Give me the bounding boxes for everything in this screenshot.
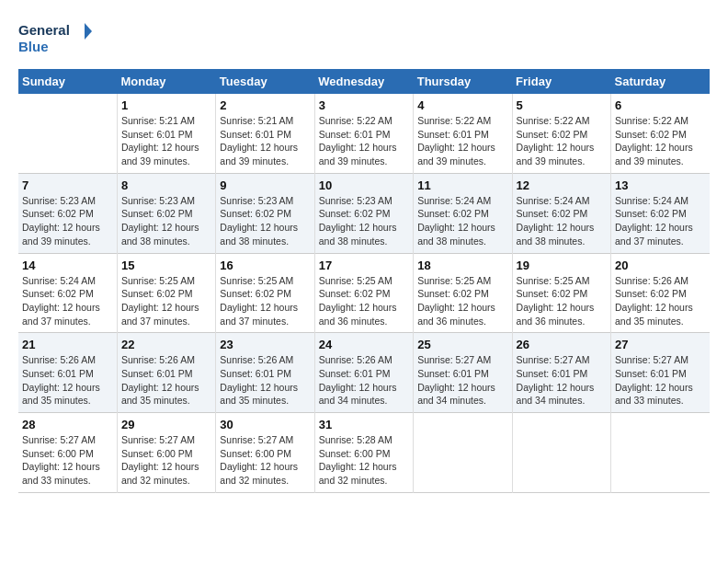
logo: General Blue xyxy=(18,18,92,60)
day-info: Sunrise: 5:28 AM Sunset: 6:00 PM Dayligh… xyxy=(319,433,409,488)
calendar-cell: 21Sunrise: 5:26 AM Sunset: 6:01 PM Dayli… xyxy=(18,333,117,413)
calendar-cell xyxy=(611,413,710,493)
svg-text:General: General xyxy=(18,22,70,38)
day-info: Sunrise: 5:21 AM Sunset: 6:01 PM Dayligh… xyxy=(220,114,310,168)
day-info: Sunrise: 5:24 AM Sunset: 6:02 PM Dayligh… xyxy=(615,194,706,248)
day-number: 1 xyxy=(121,98,211,112)
day-info: Sunrise: 5:26 AM Sunset: 6:01 PM Dayligh… xyxy=(319,353,409,408)
calendar-cell xyxy=(512,413,610,493)
calendar-cell: 19Sunrise: 5:25 AM Sunset: 6:02 PM Dayli… xyxy=(512,253,610,333)
calendar-cell: 3Sunrise: 5:22 AM Sunset: 6:01 PM Daylig… xyxy=(314,94,413,173)
week-row-4: 21Sunrise: 5:26 AM Sunset: 6:01 PM Dayli… xyxy=(18,333,710,413)
day-number: 26 xyxy=(517,338,607,351)
day-number: 12 xyxy=(517,178,607,192)
day-info: Sunrise: 5:27 AM Sunset: 6:01 PM Dayligh… xyxy=(417,353,507,408)
day-number: 7 xyxy=(22,178,113,192)
day-number: 28 xyxy=(22,418,113,431)
day-number: 4 xyxy=(417,98,507,112)
day-number: 9 xyxy=(220,178,310,192)
calendar-cell: 12Sunrise: 5:24 AM Sunset: 6:02 PM Dayli… xyxy=(512,173,610,253)
day-info: Sunrise: 5:25 AM Sunset: 6:02 PM Dayligh… xyxy=(517,274,607,328)
day-info: Sunrise: 5:23 AM Sunset: 6:02 PM Dayligh… xyxy=(121,194,211,248)
day-info: Sunrise: 5:22 AM Sunset: 6:01 PM Dayligh… xyxy=(417,114,507,168)
day-info: Sunrise: 5:27 AM Sunset: 6:01 PM Dayligh… xyxy=(517,353,607,408)
day-info: Sunrise: 5:24 AM Sunset: 6:02 PM Dayligh… xyxy=(517,194,607,248)
column-header-friday: Friday xyxy=(512,69,610,94)
day-info: Sunrise: 5:21 AM Sunset: 6:01 PM Dayligh… xyxy=(121,114,211,168)
calendar-cell: 1Sunrise: 5:21 AM Sunset: 6:01 PM Daylig… xyxy=(117,94,215,173)
day-info: Sunrise: 5:25 AM Sunset: 6:02 PM Dayligh… xyxy=(220,274,310,328)
day-info: Sunrise: 5:26 AM Sunset: 6:01 PM Dayligh… xyxy=(121,353,211,408)
day-number: 31 xyxy=(319,418,409,431)
calendar-cell: 24Sunrise: 5:26 AM Sunset: 6:01 PM Dayli… xyxy=(314,333,413,413)
calendar-cell: 4Sunrise: 5:22 AM Sunset: 6:01 PM Daylig… xyxy=(414,94,512,173)
calendar-cell: 28Sunrise: 5:27 AM Sunset: 6:00 PM Dayli… xyxy=(18,413,117,493)
day-number: 3 xyxy=(319,98,409,112)
calendar-cell: 5Sunrise: 5:22 AM Sunset: 6:02 PM Daylig… xyxy=(512,94,610,173)
day-info: Sunrise: 5:27 AM Sunset: 6:00 PM Dayligh… xyxy=(121,433,211,488)
calendar-cell: 18Sunrise: 5:25 AM Sunset: 6:02 PM Dayli… xyxy=(414,253,512,333)
day-number: 14 xyxy=(22,259,113,272)
day-number: 10 xyxy=(319,178,409,192)
calendar-cell: 31Sunrise: 5:28 AM Sunset: 6:00 PM Dayli… xyxy=(314,413,413,493)
day-info: Sunrise: 5:24 AM Sunset: 6:02 PM Dayligh… xyxy=(417,194,507,248)
calendar-table: SundayMondayTuesdayWednesdayThursdayFrid… xyxy=(18,69,710,493)
header-row: SundayMondayTuesdayWednesdayThursdayFrid… xyxy=(18,69,710,94)
day-number: 25 xyxy=(417,338,507,351)
day-info: Sunrise: 5:25 AM Sunset: 6:02 PM Dayligh… xyxy=(319,274,409,328)
calendar-cell: 14Sunrise: 5:24 AM Sunset: 6:02 PM Dayli… xyxy=(18,253,117,333)
day-number: 29 xyxy=(121,418,211,431)
day-info: Sunrise: 5:25 AM Sunset: 6:02 PM Dayligh… xyxy=(121,274,211,328)
day-info: Sunrise: 5:26 AM Sunset: 6:01 PM Dayligh… xyxy=(22,353,113,408)
column-header-sunday: Sunday xyxy=(18,69,117,94)
week-row-3: 14Sunrise: 5:24 AM Sunset: 6:02 PM Dayli… xyxy=(18,253,710,333)
calendar-cell xyxy=(414,413,512,493)
day-number: 5 xyxy=(517,98,607,112)
day-number: 16 xyxy=(220,259,310,272)
calendar-cell: 25Sunrise: 5:27 AM Sunset: 6:01 PM Dayli… xyxy=(414,333,512,413)
week-row-1: 1Sunrise: 5:21 AM Sunset: 6:01 PM Daylig… xyxy=(18,94,710,173)
page-header: General Blue xyxy=(18,18,710,60)
day-info: Sunrise: 5:22 AM Sunset: 6:01 PM Dayligh… xyxy=(319,114,409,168)
day-info: Sunrise: 5:24 AM Sunset: 6:02 PM Dayligh… xyxy=(22,274,113,328)
calendar-cell: 20Sunrise: 5:26 AM Sunset: 6:02 PM Dayli… xyxy=(611,253,710,333)
day-info: Sunrise: 5:26 AM Sunset: 6:01 PM Dayligh… xyxy=(220,353,310,408)
day-number: 24 xyxy=(319,338,409,351)
day-number: 27 xyxy=(615,338,706,351)
day-info: Sunrise: 5:23 AM Sunset: 6:02 PM Dayligh… xyxy=(22,194,113,248)
column-header-thursday: Thursday xyxy=(414,69,512,94)
svg-marker-2 xyxy=(85,23,92,40)
day-number: 6 xyxy=(615,98,706,112)
day-info: Sunrise: 5:27 AM Sunset: 6:00 PM Dayligh… xyxy=(220,433,310,488)
day-number: 19 xyxy=(517,259,607,272)
day-info: Sunrise: 5:22 AM Sunset: 6:02 PM Dayligh… xyxy=(615,114,706,168)
day-info: Sunrise: 5:26 AM Sunset: 6:02 PM Dayligh… xyxy=(615,274,706,328)
column-header-wednesday: Wednesday xyxy=(314,69,413,94)
svg-text:Blue: Blue xyxy=(18,39,49,54)
calendar-cell: 8Sunrise: 5:23 AM Sunset: 6:02 PM Daylig… xyxy=(117,173,215,253)
calendar-cell: 15Sunrise: 5:25 AM Sunset: 6:02 PM Dayli… xyxy=(117,253,215,333)
day-info: Sunrise: 5:23 AM Sunset: 6:02 PM Dayligh… xyxy=(319,194,409,248)
day-info: Sunrise: 5:25 AM Sunset: 6:02 PM Dayligh… xyxy=(417,274,507,328)
calendar-cell: 13Sunrise: 5:24 AM Sunset: 6:02 PM Dayli… xyxy=(611,173,710,253)
calendar-cell: 6Sunrise: 5:22 AM Sunset: 6:02 PM Daylig… xyxy=(611,94,710,173)
calendar-cell: 9Sunrise: 5:23 AM Sunset: 6:02 PM Daylig… xyxy=(216,173,314,253)
day-info: Sunrise: 5:22 AM Sunset: 6:02 PM Dayligh… xyxy=(517,114,607,168)
day-number: 23 xyxy=(220,338,310,351)
day-number: 22 xyxy=(121,338,211,351)
column-header-saturday: Saturday xyxy=(611,69,710,94)
week-row-2: 7Sunrise: 5:23 AM Sunset: 6:02 PM Daylig… xyxy=(18,173,710,253)
calendar-cell: 2Sunrise: 5:21 AM Sunset: 6:01 PM Daylig… xyxy=(216,94,314,173)
calendar-cell: 7Sunrise: 5:23 AM Sunset: 6:02 PM Daylig… xyxy=(18,173,117,253)
day-number: 13 xyxy=(615,178,706,192)
calendar-cell: 10Sunrise: 5:23 AM Sunset: 6:02 PM Dayli… xyxy=(314,173,413,253)
day-number: 15 xyxy=(121,259,211,272)
calendar-cell: 22Sunrise: 5:26 AM Sunset: 6:01 PM Dayli… xyxy=(117,333,215,413)
day-number: 8 xyxy=(121,178,211,192)
day-info: Sunrise: 5:27 AM Sunset: 6:01 PM Dayligh… xyxy=(615,353,706,408)
day-number: 20 xyxy=(615,259,706,272)
calendar-cell: 11Sunrise: 5:24 AM Sunset: 6:02 PM Dayli… xyxy=(414,173,512,253)
day-number: 21 xyxy=(22,338,113,351)
day-info: Sunrise: 5:27 AM Sunset: 6:00 PM Dayligh… xyxy=(22,433,113,488)
column-header-tuesday: Tuesday xyxy=(216,69,314,94)
